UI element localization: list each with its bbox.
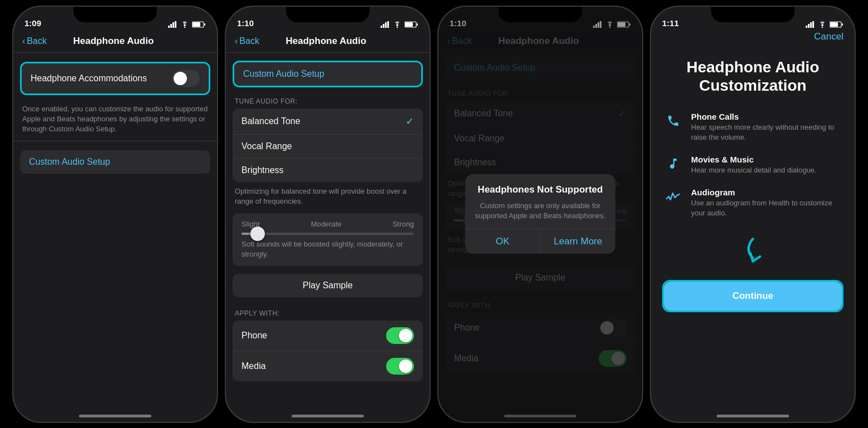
svg-rect-30 xyxy=(830,22,838,27)
cancel-button-4[interactable]: Cancel xyxy=(814,31,844,42)
feature-title-audiogram: Audiogram xyxy=(691,188,841,197)
feature-text-music: Movies & Music Hear more musical detail … xyxy=(691,155,841,175)
svg-rect-8 xyxy=(381,26,382,28)
continue-button-highlight-4: Continue xyxy=(662,280,844,312)
vocal-range-row-2[interactable]: Vocal Range xyxy=(233,135,423,159)
svg-rect-6 xyxy=(193,22,200,27)
feature-title-music: Movies & Music xyxy=(691,155,841,164)
accommodations-toggle[interactable] xyxy=(172,70,200,87)
highlight-custom-audio-2: Custom Audio Setup xyxy=(233,61,423,87)
svg-rect-27 xyxy=(812,21,814,28)
svg-rect-11 xyxy=(387,21,389,28)
media-toggle-2[interactable] xyxy=(386,358,414,375)
tune-section-label-2: TUNE AUDIO FOR: xyxy=(226,90,430,109)
svg-point-4 xyxy=(184,26,185,27)
continue-button-4[interactable]: Continue xyxy=(664,282,842,311)
feature-text-phone-calls: Phone Calls Hear speech more clearly wit… xyxy=(691,112,841,142)
toggle-knob-1 xyxy=(174,72,187,85)
dialog-overlay-3: Headphones Not Supported Custom settings… xyxy=(438,7,642,422)
balanced-tone-row-2[interactable]: Balanced Tone ✓ xyxy=(233,109,423,135)
signal-icon xyxy=(168,21,177,28)
music-icon xyxy=(664,155,682,173)
dialog-ok-button-3[interactable]: OK xyxy=(465,229,541,254)
signal-icon-4 xyxy=(806,21,815,28)
accommodations-row: Headphone Accommodations xyxy=(22,63,209,94)
arrow-down-icon-4 xyxy=(736,237,770,270)
phone-call-icon xyxy=(664,112,682,130)
status-icons-4 xyxy=(806,21,844,28)
svg-rect-25 xyxy=(808,24,810,28)
back-button-1[interactable]: ‹ Back xyxy=(22,36,47,46)
phone-toggle-knob-2 xyxy=(399,329,412,342)
feature-item-audiogram: Audiogram Use an audiogram from Health t… xyxy=(664,188,841,218)
media-toggle-knob-2 xyxy=(399,360,412,373)
status-time-2: 1:10 xyxy=(237,18,254,28)
custom-audio-setup-link-2[interactable]: Custom Audio Setup xyxy=(234,62,421,86)
balanced-tone-check-2: ✓ xyxy=(406,115,414,127)
status-time-1: 1:09 xyxy=(24,18,41,28)
back-label-2: Back xyxy=(239,36,259,46)
svg-rect-7 xyxy=(204,23,205,26)
custom-audio-label-2: Custom Audio Setup xyxy=(243,69,324,78)
phone-screen-2: 1:10 ‹ Back Headphone Audio Custo xyxy=(226,7,430,422)
continue-label-4: Continue xyxy=(732,291,773,301)
phone-4: 1:11 Cancel Headphone Audio Customizatio… xyxy=(650,6,856,423)
feature-item-phone-calls: Phone Calls Hear speech more clearly wit… xyxy=(664,112,841,142)
brightness-row-2[interactable]: Brightness xyxy=(233,159,423,182)
svg-rect-26 xyxy=(810,22,812,28)
signal-icon-2 xyxy=(381,21,390,28)
custom-audio-link-1[interactable]: Custom Audio Setup xyxy=(20,150,210,174)
status-icons-2 xyxy=(381,21,418,28)
learn-more-label-3: Learn More xyxy=(554,236,602,247)
phone-3: 1:10 ‹ Back Headphone Audio Custom Audio… xyxy=(437,6,643,423)
audio-list-2: Balanced Tone ✓ Vocal Range Brightness xyxy=(233,109,423,182)
dialog-message-3: Custom settings are only available for s… xyxy=(465,199,615,229)
optimize-description-2: Optimizing for balanced tone will provid… xyxy=(226,182,430,213)
phone4-header: Cancel xyxy=(651,31,855,47)
svg-rect-10 xyxy=(385,22,387,28)
phone-1: 1:09 ‹ Back Headphone Audio Headp xyxy=(12,6,218,423)
accommodations-description: Once enabled, you can customize the audi… xyxy=(13,100,217,141)
svg-rect-14 xyxy=(405,22,413,27)
dialog-buttons-3: OK Learn More xyxy=(465,229,615,254)
accommodations-label: Headphone Accommodations xyxy=(31,73,147,83)
audiogram-icon xyxy=(664,188,682,205)
phone-notch-2 xyxy=(286,7,369,22)
back-button-2[interactable]: ‹ Back xyxy=(235,36,259,46)
nav-title-1: Headphone Audio xyxy=(47,36,180,47)
nav-bar-2: ‹ Back Headphone Audio xyxy=(226,31,430,52)
feature-desc-phone-calls: Hear speech more clearly without needing… xyxy=(691,122,841,142)
media-row-2: Media xyxy=(233,351,423,381)
home-indicator-1 xyxy=(79,415,151,417)
chevron-left-icon-1: ‹ xyxy=(22,36,25,46)
status-time-4: 1:11 xyxy=(662,18,679,28)
battery-icon-4 xyxy=(830,21,844,28)
phone-screen-4: 1:11 Cancel Headphone Audio Customizatio… xyxy=(651,7,855,422)
custom-audio-label-1: Custom Audio Setup xyxy=(29,157,110,166)
nav-title-2: Headphone Audio xyxy=(259,36,393,47)
dialog-learn-more-button-3[interactable]: Learn More xyxy=(541,229,616,254)
ok-label-3: OK xyxy=(496,236,510,247)
phone-notch-4 xyxy=(711,7,795,22)
status-icons-1 xyxy=(168,21,206,28)
apply-section-label-2: APPLY WITH: xyxy=(226,302,430,321)
slider-track-2[interactable] xyxy=(241,233,414,235)
svg-rect-15 xyxy=(417,23,418,26)
svg-rect-2 xyxy=(172,22,174,28)
wifi-icon-4 xyxy=(818,21,827,28)
svg-rect-0 xyxy=(168,26,170,28)
feature-list-4: Phone Calls Hear speech more clearly wit… xyxy=(651,112,855,219)
svg-rect-31 xyxy=(842,23,843,26)
vocal-range-label-2: Vocal Range xyxy=(241,141,292,151)
phone-toggle-2[interactable] xyxy=(386,327,414,344)
strong-label-2: Strong xyxy=(393,220,414,228)
play-sample-button-2[interactable]: Play Sample xyxy=(233,274,423,297)
slider-section-2: Slight Moderate Strong Soft sounds will … xyxy=(233,213,423,266)
feature-text-audiogram: Audiogram Use an audiogram from Health t… xyxy=(691,188,841,218)
battery-icon xyxy=(192,21,206,28)
svg-rect-9 xyxy=(383,24,384,28)
slider-thumb-2[interactable] xyxy=(250,227,265,241)
arrow-container-4 xyxy=(651,231,855,276)
dialog-title-3: Headphones Not Supported xyxy=(465,174,615,199)
nav-bar-1: ‹ Back Headphone Audio xyxy=(13,31,217,52)
